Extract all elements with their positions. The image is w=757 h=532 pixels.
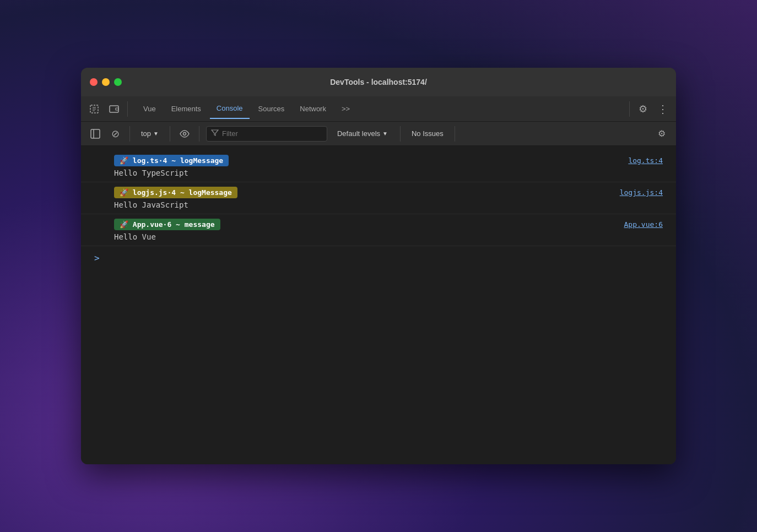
- toolbar-divider-2: [170, 126, 170, 142]
- prompt-arrow-icon: >: [94, 253, 100, 263]
- tab-bar-left-icons: [85, 100, 130, 118]
- toolbar-divider-4: [400, 126, 401, 142]
- log-source-link-ts[interactable]: log.ts:4: [628, 156, 663, 165]
- log-source-link-vue[interactable]: App.vue:6: [624, 220, 663, 229]
- title-bar: DevTools - localhost:5174/: [81, 68, 676, 96]
- svg-rect-3: [91, 129, 100, 138]
- log-badge-row: 🚀 log.ts·4 ~ logMessage log.ts:4: [114, 155, 663, 166]
- log-badge-row: 🚀 logjs.js·4 ~ logMessage logjs.js:4: [114, 187, 663, 198]
- responsive-icon[interactable]: [105, 100, 123, 118]
- log-entry: 🚀 log.ts·4 ~ logMessage log.ts:4 Hello T…: [81, 150, 676, 182]
- toolbar-divider: [129, 126, 130, 142]
- right-divider: [629, 101, 630, 117]
- close-button[interactable]: [90, 78, 98, 86]
- settings-icon[interactable]: ⚙: [634, 100, 652, 118]
- svg-point-5: [183, 132, 186, 135]
- tab-bar: Vue Elements Console Sources Network >> …: [81, 96, 676, 122]
- log-levels-button[interactable]: Default levels ▼: [332, 128, 393, 139]
- log-badge-vue: 🚀 App.vue·6 ~ message: [114, 219, 220, 230]
- toolbar-divider-5: [455, 126, 455, 142]
- clear-console-button[interactable]: ⊘: [107, 126, 123, 142]
- log-badge-js: 🚀 logjs.js·4 ~ logMessage: [114, 187, 237, 198]
- console-settings-icon[interactable]: ⚙: [654, 126, 669, 142]
- toolbar-divider-3: [199, 126, 199, 142]
- devtools-window: DevTools - localhost:5174/ Vue Elemen: [81, 68, 676, 464]
- log-source-link-js[interactable]: logjs.js:4: [620, 188, 663, 197]
- console-output: 🚀 log.ts·4 ~ logMessage log.ts:4 Hello T…: [81, 146, 676, 464]
- log-entry: 🚀 logjs.js·4 ~ logMessage logjs.js:4 Hel…: [81, 182, 676, 214]
- maximize-button[interactable]: [114, 78, 122, 86]
- tab-elements[interactable]: Elements: [165, 99, 208, 119]
- log-message-ts: Hello TypeScript: [114, 169, 663, 177]
- console-prompt: >: [81, 246, 676, 270]
- console-toolbar: ⊘ top ▼ Default levels ▼ No Is: [81, 122, 676, 146]
- filter-icon: [211, 129, 219, 138]
- tab-divider: [127, 101, 128, 117]
- svg-rect-1: [110, 106, 118, 112]
- tab-more[interactable]: >>: [335, 99, 356, 119]
- log-message-js: Hello JavaScript: [114, 200, 663, 209]
- log-badge-row: 🚀 App.vue·6 ~ message App.vue:6: [114, 219, 663, 230]
- filter-input[interactable]: [222, 129, 322, 138]
- more-icon[interactable]: ⋮: [654, 100, 672, 118]
- tab-bar-right-icons: ⚙ ⋮: [627, 100, 672, 118]
- minimize-button[interactable]: [102, 78, 110, 86]
- sidebar-toggle-button[interactable]: [88, 126, 103, 142]
- tab-network[interactable]: Network: [293, 99, 333, 119]
- levels-arrow-icon: ▼: [382, 131, 388, 137]
- traffic-lights: [90, 78, 122, 86]
- eye-icon[interactable]: [177, 126, 192, 142]
- context-selector[interactable]: top ▼: [137, 128, 163, 139]
- tab-console[interactable]: Console: [210, 99, 250, 119]
- log-badge-ts: 🚀 log.ts·4 ~ logMessage: [114, 155, 229, 166]
- log-message-vue: Hello Vue: [114, 232, 663, 241]
- no-issues-label: No Issues: [407, 129, 448, 138]
- tab-sources[interactable]: Sources: [252, 99, 291, 119]
- filter-input-container[interactable]: [206, 126, 327, 142]
- cursor-icon[interactable]: [85, 100, 103, 118]
- dropdown-arrow-icon: ▼: [153, 131, 159, 137]
- tab-vue[interactable]: Vue: [137, 99, 163, 119]
- window-title: DevTools - localhost:5174/: [330, 78, 427, 86]
- log-entry: 🚀 App.vue·6 ~ message App.vue:6 Hello Vu…: [81, 214, 676, 246]
